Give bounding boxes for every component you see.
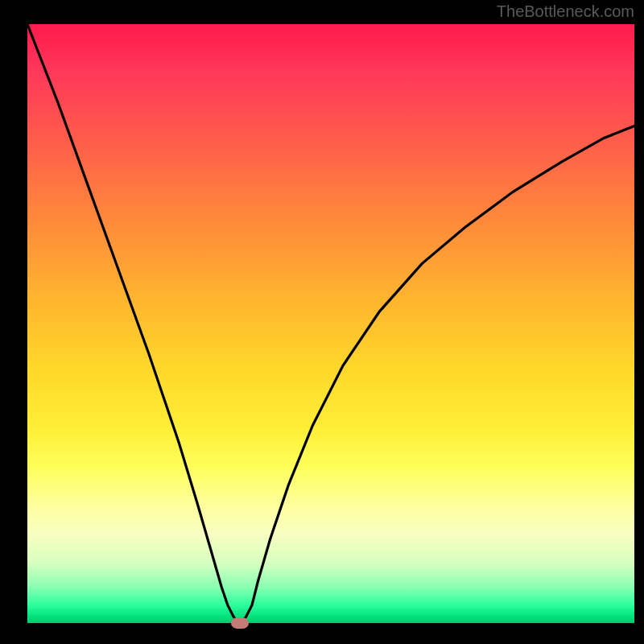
min-marker	[231, 617, 249, 629]
plot-area	[27, 24, 634, 623]
watermark: TheBottleneck.com	[497, 2, 634, 21]
outer-frame: TheBottleneck.com	[0, 0, 644, 644]
